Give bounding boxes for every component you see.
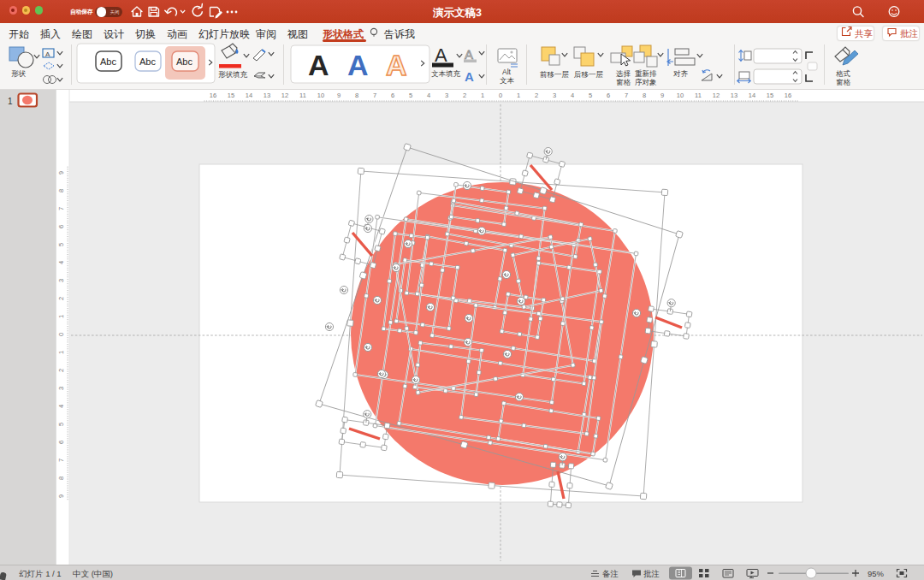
svg-text:3: 3 — [57, 387, 65, 390]
svg-text:9: 9 — [337, 92, 341, 99]
svg-text:9: 9 — [660, 92, 664, 99]
svg-text:备注: 备注 — [602, 569, 619, 578]
svg-text:14: 14 — [749, 92, 755, 99]
svg-text:A: A — [435, 44, 447, 66]
svg-text:A: A — [465, 69, 474, 84]
svg-text:A: A — [45, 50, 50, 58]
svg-text:7: 7 — [625, 92, 628, 99]
svg-text:序对象: 序对象 — [635, 78, 657, 86]
svg-text:4: 4 — [427, 92, 430, 99]
svg-text:15: 15 — [767, 92, 773, 99]
svg-text:9: 9 — [57, 494, 65, 498]
svg-text:7: 7 — [57, 459, 65, 462]
svg-text:中文 (中国): 中文 (中国) — [73, 569, 113, 578]
svg-text:6: 6 — [57, 441, 65, 444]
svg-text:7: 7 — [57, 207, 65, 210]
svg-text:10: 10 — [677, 92, 684, 99]
svg-text:文本: 文本 — [500, 76, 515, 85]
svg-text:5: 5 — [57, 423, 65, 426]
svg-text:16: 16 — [785, 92, 791, 99]
svg-text:9: 9 — [57, 171, 65, 175]
svg-text:对齐: 对齐 — [673, 69, 689, 78]
svg-text:选择: 选择 — [615, 69, 631, 78]
svg-text:3: 3 — [57, 279, 65, 282]
svg-text:窗格: 窗格 — [616, 78, 631, 86]
svg-text:A: A — [465, 47, 473, 62]
svg-text:6: 6 — [57, 225, 65, 228]
svg-text:3: 3 — [553, 92, 556, 99]
svg-text:Alt: Alt — [502, 68, 512, 76]
svg-text:Abc: Abc — [176, 56, 192, 67]
svg-text:8: 8 — [643, 92, 646, 99]
svg-text:0: 0 — [57, 333, 65, 336]
svg-text:8: 8 — [355, 92, 358, 99]
svg-text:A: A — [386, 49, 407, 81]
svg-text:95%: 95% — [868, 569, 885, 578]
svg-text:0: 0 — [499, 92, 502, 99]
svg-text:5: 5 — [589, 92, 592, 99]
svg-text:5: 5 — [409, 92, 412, 99]
svg-text:文本填充: 文本填充 — [431, 69, 461, 78]
svg-text:重新排: 重新排 — [635, 69, 657, 78]
svg-text:1: 1 — [8, 97, 13, 106]
svg-text:12: 12 — [713, 92, 720, 99]
svg-text:2: 2 — [535, 92, 538, 99]
svg-text:1: 1 — [481, 92, 484, 99]
svg-text:幻灯片 1 / 1: 幻灯片 1 / 1 — [19, 569, 62, 578]
svg-text:3: 3 — [445, 92, 448, 99]
svg-text:A: A — [308, 49, 329, 81]
svg-text:形状: 形状 — [11, 69, 27, 78]
svg-text:14: 14 — [246, 92, 252, 99]
svg-text:16: 16 — [210, 92, 216, 99]
svg-text:Abc: Abc — [100, 56, 116, 67]
svg-text:5: 5 — [57, 243, 65, 246]
svg-text:格式: 格式 — [836, 69, 850, 78]
svg-text:11: 11 — [695, 92, 702, 99]
svg-text:A: A — [347, 49, 369, 81]
svg-text:10: 10 — [317, 92, 324, 99]
svg-text:2: 2 — [463, 92, 466, 99]
svg-text:13: 13 — [731, 92, 737, 99]
svg-text:12: 12 — [281, 92, 288, 99]
svg-text:1: 1 — [517, 92, 520, 99]
svg-text:7: 7 — [373, 92, 376, 99]
svg-text:6: 6 — [607, 92, 610, 99]
svg-text:4: 4 — [571, 92, 574, 99]
svg-text:形状填充: 形状填充 — [218, 70, 248, 79]
svg-text:1: 1 — [57, 315, 65, 318]
svg-text:11: 11 — [299, 92, 306, 99]
svg-text:1: 1 — [57, 351, 65, 354]
svg-text:13: 13 — [264, 92, 270, 99]
svg-text:15: 15 — [228, 92, 234, 99]
svg-text:前移一层: 前移一层 — [540, 70, 570, 79]
svg-text:8: 8 — [57, 476, 65, 480]
svg-text:2: 2 — [57, 297, 65, 300]
svg-text:批注: 批注 — [643, 569, 660, 578]
svg-text:8: 8 — [57, 189, 65, 192]
svg-text:Abc: Abc — [139, 56, 156, 67]
svg-text:2: 2 — [57, 369, 65, 372]
svg-text:4: 4 — [57, 261, 65, 264]
svg-text:后移一层: 后移一层 — [574, 70, 604, 79]
svg-text:窗格: 窗格 — [836, 78, 851, 86]
svg-text:6: 6 — [391, 92, 394, 99]
svg-text:4: 4 — [57, 405, 65, 408]
